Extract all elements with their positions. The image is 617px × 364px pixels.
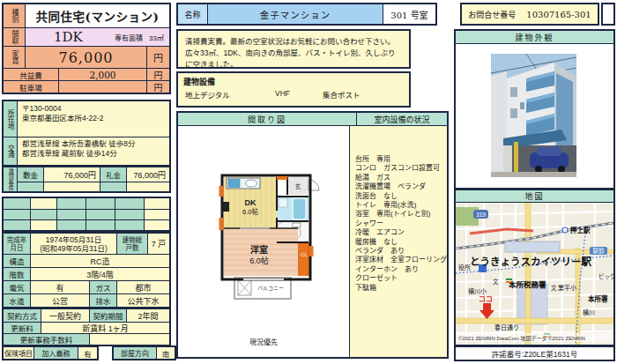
room-number-cell: 301 号室 <box>383 4 435 24</box>
map-label-kasuga-street: 春日通り <box>494 323 519 331</box>
sewage-value-cell: 公共下水 <box>116 294 169 307</box>
equipment-status-item: インターホン あり <box>350 265 447 274</box>
bathtub <box>293 198 306 219</box>
kitchen-counter <box>227 178 260 189</box>
floorplan-canvas: バルコニー 玄 <box>178 126 350 357</box>
map-label-narihira-elem: 業平小 <box>558 284 576 292</box>
address-block: 所在地 〒130-0004 東京都墨田区本所4-22-2 交通 都営浅草線 本所… <box>2 100 171 167</box>
equipment-status-title: 室内設備の状況 <box>374 114 429 125</box>
here-label: ココ <box>479 295 493 303</box>
direction-label: 部屋方向 <box>121 348 149 358</box>
property-flyer: 種別 共同住宅(マンション) 間取 1DK 専有面積 33㎡ 家賃 76,000… <box>0 0 617 364</box>
type-label: 種別 <box>11 9 18 23</box>
contract-method-value-cell: 一般契約 <box>41 309 89 322</box>
empty-cell <box>30 198 56 209</box>
renewal-fee-label: 更新料 <box>11 323 33 333</box>
yen-label: 円 <box>154 81 163 93</box>
renewal-fee-label-cell: 更新料 <box>4 323 41 333</box>
insurance-duty-value-cell: 有 <box>78 347 97 359</box>
address-text: 東京都墨田区本所4-22-2 <box>22 114 104 123</box>
deposit-label: 敷金 <box>23 169 38 180</box>
floors-value-cell: 3階/4階 <box>30 268 169 280</box>
school-icon: 文 <box>493 278 499 286</box>
rent-yen-cell: 円 <box>146 47 169 68</box>
price-block: 種別 共同住宅(マンション) 間取 1DK 専有面積 33㎡ 家賃 76,000… <box>2 3 171 94</box>
building-equipment-box: 建物設備 地上デジタル VHF 集合ポスト <box>176 71 411 108</box>
map-title: 地図 <box>524 190 544 202</box>
equipment-status-item: 暖房機 なし <box>350 238 447 247</box>
yen-label: 円 <box>154 69 163 80</box>
gas-value-cell: 都市 <box>116 281 169 293</box>
equipment-status-item: ベランダ あり <box>350 247 447 256</box>
route-badge-number: 319 <box>476 212 486 218</box>
sewage-label: 排水 <box>95 295 110 306</box>
insurance-duty-label-cell: 加入義務 <box>33 347 78 359</box>
room-number: 301 号室 <box>390 8 427 21</box>
empty-cell <box>56 198 85 209</box>
water-label-cell: 水道 <box>4 294 30 307</box>
equipment-item: 地上デジタル <box>185 89 230 100</box>
license-bar: 許諾番号:Z20LE第1631号 <box>454 345 615 361</box>
photo-section: 建物外観 <box>454 29 615 189</box>
photo-area <box>456 44 613 188</box>
floors-label-cell: 階数 <box>4 268 30 280</box>
empty-cell <box>115 220 144 230</box>
contract-period-label: 契約期間 <box>93 310 123 321</box>
closet <box>298 242 310 276</box>
empty-cell <box>4 198 30 209</box>
floorplan-note: 現況優先 <box>178 337 349 346</box>
floorplan-title: 間取り図 <box>248 114 286 125</box>
service-fee-label-cell: 共益費 <box>4 69 58 80</box>
equipment-status-header: 室内設備の状況 <box>357 113 447 126</box>
equipment-item: VHF <box>275 89 290 98</box>
building-name-cell: 金子マンション <box>207 4 383 24</box>
electric-label: 電気 <box>9 282 24 293</box>
map-header: 地図 <box>456 190 613 203</box>
equipment-status-item: コンロ ガスコンロ設置可 <box>350 164 447 173</box>
license-number: 許諾番号:Z20LE第1631号 <box>492 348 577 359</box>
equipment-status-item: 台所 専用 <box>350 155 447 164</box>
equipment-status-item: シャワー <box>350 219 447 228</box>
insurance-block: 保険項目 加入義務 有 <box>2 345 99 360</box>
direction-value: 南 <box>162 348 170 359</box>
name-label-cell: 名称 <box>178 4 207 24</box>
address-value-cell: 〒130-0004 東京都墨田区本所4-22-2 <box>17 101 169 137</box>
equipment-status-list: 台所 専用 コンロ ガスコンロ設置可 給湯 ガス 洗濯機置場 ベランダ 洗面台 … <box>350 126 447 357</box>
electric-label-cell: 電気 <box>4 281 30 293</box>
building-name: 金子マンション <box>260 8 331 21</box>
rent-label: 家賃 <box>11 50 18 64</box>
floorplan-header: 間取り図 <box>178 113 357 126</box>
key-money-label-cell: 礼金 <box>100 167 126 182</box>
completion-label-cell: 完成年月日 <box>4 234 30 254</box>
map-label-yokogawa: 横川 <box>583 308 595 316</box>
floorplan-drawing: バルコニー 玄 <box>215 172 321 306</box>
empty-cell <box>126 182 169 191</box>
photo-title: 建物外観 <box>515 32 554 43</box>
deposit-value: 76,000円 <box>63 169 96 181</box>
key-money-label: 礼金 <box>106 169 121 180</box>
rent-label-cell: 家賃 <box>4 47 25 68</box>
station-building <box>505 241 560 252</box>
address-label: 所在地 <box>7 109 14 130</box>
empty-cell <box>115 198 144 209</box>
balcony: バルコニー <box>234 278 291 299</box>
completion-date: 1974年05月31日 <box>46 235 101 244</box>
map-area: 319 役所 とうきょうスカイツリー駅 押上駅 駅前 本所税務署 文 横川小 文… <box>456 203 613 345</box>
key-money-value-cell: 76,000円 <box>126 167 169 182</box>
empty-cell <box>85 220 115 230</box>
map-label-oshiage: 押上駅 <box>570 226 591 234</box>
empty-cell <box>4 210 30 219</box>
units-label-cell: 建物総戸数 <box>116 234 147 254</box>
map-attribution: ©2021 ZENRIN DataCom 地図データ ©2021 ZENRIN <box>458 335 585 342</box>
equipment-status-item: 浴室 専用(トイレと別) <box>350 210 447 219</box>
inquiry-label: お問合せ番号 <box>468 9 516 20</box>
blank-box <box>601 3 615 26</box>
map-label-tax-office: 本所税務署 <box>509 280 546 289</box>
entrance-label: 玄 <box>295 182 301 190</box>
service-fee-value: 2,000 <box>89 70 115 80</box>
comment-line: 広々33㎡、1DK、南向きの角部屋、バス・トイレ別、久しぶりに空きました。 <box>185 48 402 71</box>
water-value-cell: 公営 <box>30 294 89 307</box>
area-value: 33㎡ <box>149 33 164 42</box>
contract-period-value: 2年間 <box>138 310 158 322</box>
parking-yen-cell: 円 <box>146 81 169 93</box>
